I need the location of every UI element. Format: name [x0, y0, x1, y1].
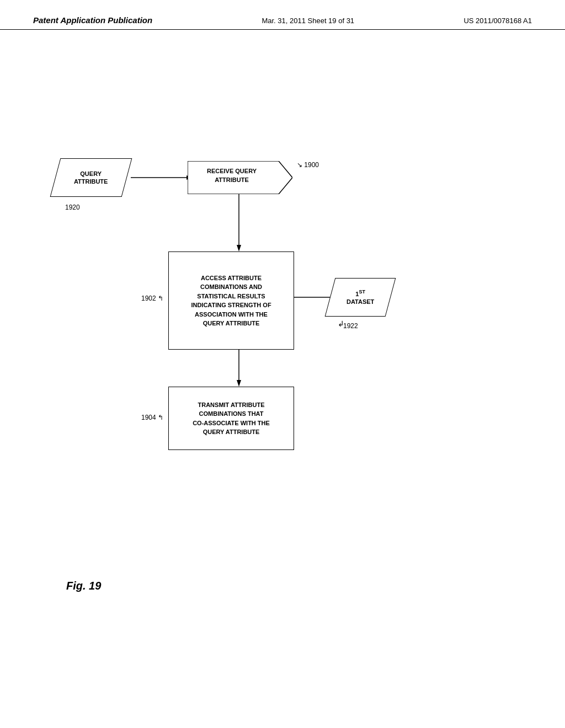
- transmit-attribute-shape: TRANSMIT ATTRIBUTE COMBINATIONS THAT CO-…: [168, 387, 294, 450]
- query-attribute-shape: QUERYATTRIBUTE: [50, 158, 132, 197]
- diagram-area: QUERYATTRIBUTE 1920 RECEIVE QUERY ATTRIB…: [0, 41, 565, 647]
- svg-text:RECEIVE QUERY: RECEIVE QUERY: [207, 168, 257, 174]
- ref-1902: 1902 ↰: [141, 295, 163, 302]
- transmit-attribute-label: TRANSMIT ATTRIBUTE COMBINATIONS THAT CO-…: [193, 400, 270, 437]
- svg-marker-3: [237, 245, 241, 251]
- svg-text:ATTRIBUTE: ATTRIBUTE: [215, 176, 249, 183]
- page-header: Patent Application Publication Mar. 31, …: [0, 0, 565, 30]
- ref-1920: 1920: [65, 204, 80, 211]
- query-attribute-label: QUERYATTRIBUTE: [74, 170, 108, 186]
- ref-1900: ↘ 1900: [297, 161, 319, 169]
- figure-caption: Fig. 19: [66, 580, 101, 592]
- svg-marker-7: [237, 380, 241, 387]
- ref-1922-below: 1922: [343, 322, 358, 330]
- first-dataset-shape: 1STDATASET: [325, 278, 396, 317]
- first-dataset-label: 1STDATASET: [347, 289, 374, 306]
- dataset-arrow-indicator: ↲: [338, 319, 344, 328]
- publication-label: Patent Application Publication: [33, 15, 152, 25]
- ref-1904: 1904 ↰: [141, 414, 163, 421]
- access-attribute-shape: ACCESS ATTRIBUTE COMBINATIONS AND STATIS…: [168, 251, 294, 350]
- patent-number-label: US 2011/0078168 A1: [463, 17, 532, 25]
- access-attribute-label: ACCESS ATTRIBUTE COMBINATIONS AND STATIS…: [191, 274, 271, 328]
- receive-query-shape: RECEIVE QUERY ATTRIBUTE: [188, 161, 292, 194]
- date-sheet-label: Mar. 31, 2011 Sheet 19 of 31: [262, 17, 354, 25]
